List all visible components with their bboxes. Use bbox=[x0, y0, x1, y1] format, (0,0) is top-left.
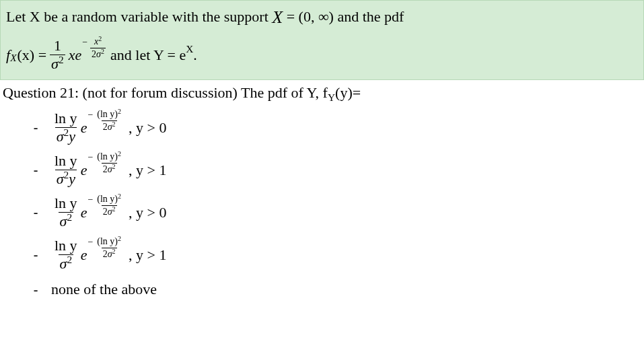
o2e-2: 2 bbox=[103, 164, 108, 174]
o4e-sigma: σ bbox=[108, 249, 112, 259]
period: . bbox=[193, 46, 197, 64]
o2-sigma: σ bbox=[57, 170, 64, 187]
option-dash: - bbox=[20, 247, 51, 262]
o2-expfrac: (ln y)2 2σ2 bbox=[96, 152, 122, 174]
script-x-symbol: X bbox=[272, 7, 283, 27]
o3-expblock: − (ln y)2 2σ2 bbox=[87, 194, 124, 217]
o2-lny: (ln y) bbox=[97, 151, 118, 162]
o2-exp-den: 2σ2 bbox=[102, 163, 117, 174]
pdf-line: f X (x) = 1 σ2 xe − x2 2σ2 and let Y = e… bbox=[6, 38, 638, 71]
option-3: - ln y σ2 e − (ln y)2 2σ2 , y > 0 bbox=[20, 196, 644, 229]
o2-two: 2 bbox=[64, 169, 69, 180]
sigma: σ bbox=[51, 55, 59, 72]
o1e-sigma: σ bbox=[108, 122, 112, 132]
o2-exp-num: (ln y)2 bbox=[96, 152, 122, 163]
o4-lny: (ln y) bbox=[97, 236, 118, 246]
o4e-2: 2 bbox=[103, 249, 108, 259]
o1-two: 2 bbox=[64, 127, 69, 138]
option-2: - ln y σ2y e − (ln y)2 2σ2 , y > 1 bbox=[20, 153, 644, 186]
exp-block: − x2 2σ2 bbox=[82, 37, 108, 59]
o4-cond: , y > 1 bbox=[129, 246, 166, 264]
o4-sigma: σ bbox=[60, 255, 67, 272]
option-dash: - bbox=[20, 162, 51, 178]
o3e-sigma2: 2 bbox=[112, 205, 116, 213]
opt2-num: ln y bbox=[53, 153, 79, 170]
o4-minus: − bbox=[87, 237, 93, 248]
o3-sigma: σ bbox=[60, 213, 67, 229]
opt4-main-frac: ln y σ2 bbox=[53, 238, 79, 271]
o1-expfrac: (ln y)2 2σ2 bbox=[96, 110, 122, 132]
problem-statement-box: Let X be a random variable with the supp… bbox=[0, 0, 644, 80]
o3-cond: , y > 0 bbox=[129, 204, 166, 221]
frac-num: 1 bbox=[52, 38, 63, 55]
o1e-2: 2 bbox=[103, 122, 108, 132]
o3-exp-num: (ln y)2 bbox=[96, 194, 122, 205]
o4e-sigma2: 2 bbox=[112, 248, 116, 255]
opt1-num: ln y bbox=[53, 111, 79, 127]
o2-lny2: 2 bbox=[118, 150, 121, 157]
question-line: Question 21: (not for forum discussion) … bbox=[0, 80, 644, 102]
option-1-math: ln y σ2y e − (ln y)2 2σ2 , y > 0 bbox=[51, 111, 166, 144]
option-1: - ln y σ2y e − (ln y)2 2σ2 , y > 0 bbox=[20, 111, 644, 144]
o1-sigma: σ bbox=[57, 128, 64, 145]
xe: xe bbox=[69, 46, 82, 64]
o1-exp-den: 2σ2 bbox=[102, 120, 117, 132]
frac-den: σ2 bbox=[50, 55, 65, 71]
support-text: = (0, ∞) bbox=[287, 8, 334, 25]
intro-line: Let X be a random variable with the supp… bbox=[6, 6, 638, 26]
option-dash: - bbox=[20, 282, 51, 297]
o3e-sigma: σ bbox=[108, 207, 112, 217]
o4-e: e bbox=[81, 246, 87, 264]
opt3-den: σ2 bbox=[59, 212, 74, 229]
o3-minus: − bbox=[87, 194, 93, 205]
o4-lny2: 2 bbox=[118, 235, 121, 242]
o2-y: y bbox=[69, 170, 75, 187]
o1-y: y bbox=[69, 128, 75, 145]
opt3-num: ln y bbox=[53, 196, 79, 212]
e-X: X bbox=[186, 43, 193, 55]
exp-sigma: σ bbox=[96, 49, 101, 59]
o4-exp-den: 2σ2 bbox=[102, 248, 117, 259]
and-let: and let Y = e bbox=[110, 46, 186, 64]
o4-expfrac: (ln y)2 2σ2 bbox=[96, 237, 122, 259]
question-tail: (y)= bbox=[335, 84, 361, 101]
option-4: - ln y σ2 e − (ln y)2 2σ2 , y > 1 bbox=[20, 238, 644, 271]
opt1-den: σ2y bbox=[55, 127, 77, 144]
o4-expblock: − (ln y)2 2σ2 bbox=[87, 237, 124, 259]
option-2-math: ln y σ2y e − (ln y)2 2σ2 , y > 1 bbox=[51, 153, 166, 186]
sigma-two: 2 bbox=[59, 54, 64, 65]
o3e-2: 2 bbox=[103, 207, 108, 217]
o3-e: e bbox=[81, 204, 87, 221]
exp-den: 2σ2 bbox=[90, 48, 106, 59]
opt3-main-frac: ln y σ2 bbox=[53, 196, 79, 229]
option-none-text: none of the above bbox=[51, 281, 157, 298]
f-subscript: X bbox=[10, 52, 16, 64]
opt4-den: σ2 bbox=[59, 254, 74, 271]
intro-text-a: Let X be a random variable with the supp… bbox=[6, 8, 272, 25]
question-text: Question 21: (not for forum discussion) … bbox=[3, 84, 328, 101]
intro-text-b: and the pdf bbox=[337, 8, 404, 25]
o1-minus: − bbox=[87, 110, 93, 120]
option-dash: - bbox=[20, 120, 51, 135]
o2-e: e bbox=[81, 162, 87, 179]
o1-exp-num: (ln y)2 bbox=[96, 110, 122, 120]
option-3-math: ln y σ2 e − (ln y)2 2σ2 , y > 0 bbox=[51, 196, 166, 229]
o3-lny: (ln y) bbox=[97, 194, 118, 204]
option-dash: - bbox=[20, 205, 51, 220]
o2-cond: , y > 1 bbox=[129, 162, 166, 179]
o1-e: e bbox=[81, 119, 87, 137]
minus: − bbox=[82, 37, 87, 48]
exp-num: x2 bbox=[93, 37, 103, 48]
o3-expfrac: (ln y)2 2σ2 bbox=[96, 194, 122, 217]
option-4-math: ln y σ2 e − (ln y)2 2σ2 , y > 1 bbox=[51, 238, 166, 271]
o2e-sigma: σ bbox=[108, 164, 112, 174]
o1-cond: , y > 0 bbox=[129, 119, 166, 137]
o1-lny: (ln y) bbox=[97, 109, 118, 119]
o4-two: 2 bbox=[67, 254, 72, 265]
opt4-num: ln y bbox=[53, 238, 79, 254]
options-list: - ln y σ2y e − (ln y)2 2σ2 , y > 0 - bbox=[0, 111, 644, 298]
opt2-den: σ2y bbox=[55, 170, 77, 186]
o1-lny2: 2 bbox=[118, 108, 121, 115]
o2-minus: − bbox=[87, 152, 93, 163]
o2e-sigma2: 2 bbox=[112, 163, 116, 170]
